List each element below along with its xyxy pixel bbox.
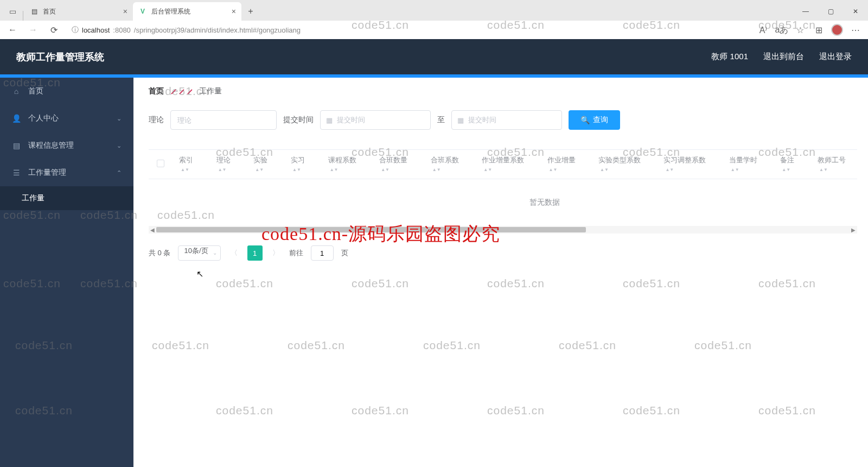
sort-icon[interactable]: ▲▼ (483, 168, 492, 172)
forward-button[interactable]: → (25, 22, 41, 38)
url-field[interactable]: ⓘ localhost:8080/springbootrpj39/admin/d… (66, 22, 348, 37)
sort-icon[interactable]: ▲▼ (731, 168, 739, 172)
page-number-current[interactable]: 1 (247, 245, 263, 261)
sort-icon[interactable]: ▲▼ (782, 168, 790, 172)
window-controls: — ▢ ✕ (793, 2, 868, 21)
sort-icon[interactable]: ▲▼ (819, 168, 828, 172)
col-hw-incr-coef[interactable]: 作业增量系数▲▼ (475, 150, 540, 179)
sort-icon[interactable]: ▲▼ (600, 168, 609, 172)
logout-link[interactable]: 退出登录 (819, 52, 852, 62)
next-page-button[interactable]: 〉 (270, 248, 282, 258)
scroll-thumb[interactable] (156, 227, 586, 232)
date-end-input[interactable]: ▦ 提交时间 (451, 110, 562, 130)
empty-text: 暂无数据 (149, 179, 857, 226)
profile-button[interactable] (829, 22, 845, 38)
horizontal-scrollbar[interactable]: ◀ ▶ (149, 226, 857, 234)
maximize-button[interactable]: ▢ (818, 2, 843, 21)
translate-icon[interactable]: aあ (774, 22, 790, 38)
pagination: 共 0 条 10条/页 ⌄ 〈 1 〉 前往 页 (149, 245, 857, 261)
col-exp-type-coef[interactable]: 实验类型系数▲▼ (592, 150, 657, 179)
col-experiment[interactable]: 实验▲▼ (247, 150, 284, 179)
page-size-select[interactable]: 10条/页 ⌄ (178, 245, 220, 261)
avatar (831, 24, 843, 36)
breadcrumb-sep-icon: ⟋⟋⟋ (169, 87, 194, 96)
checkbox[interactable] (157, 160, 164, 167)
sort-icon[interactable]: ▲▼ (181, 168, 189, 172)
sidebar-item-label: 工作量管理 (28, 168, 66, 178)
app-header: 教师工作量管理系统 教师 1001 退出到前台 退出登录 (0, 39, 868, 74)
house-icon: ⌂ (12, 87, 21, 96)
close-window-button[interactable]: ✕ (843, 2, 868, 21)
search-icon: 🔍 (580, 116, 590, 124)
data-table-wrapper: 索引▲▼ 理论▲▼ 实验▲▼ 实习▲▼ 课程系数▲▼ 合班数量▲▼ 合班系数▲▼… (149, 149, 857, 239)
calendar-icon: ▦ (457, 116, 464, 124)
sort-icon[interactable]: ▲▼ (665, 168, 674, 172)
filter-label-theory: 理论 (149, 115, 164, 125)
prev-page-button[interactable]: 〈 (228, 248, 240, 258)
theory-input[interactable] (170, 110, 277, 130)
sort-icon[interactable]: ▲▼ (432, 168, 441, 172)
col-teacher-id[interactable]: 教师工号▲▼ (811, 150, 857, 179)
sidebar-item-personal[interactable]: 👤 个人中心 ⌄ (0, 105, 133, 132)
site-info-icon[interactable]: ⓘ (72, 25, 79, 35)
close-icon[interactable]: × (232, 7, 236, 16)
breadcrumb-home[interactable]: 首页 (149, 86, 164, 96)
sort-icon[interactable]: ▲▼ (218, 168, 227, 172)
table-header-row: 索引▲▼ 理论▲▼ 实验▲▼ 实习▲▼ 课程系数▲▼ 合班数量▲▼ 合班系数▲▼… (149, 150, 857, 179)
scroll-left-icon[interactable]: ◀ (149, 227, 156, 233)
goto-label: 前往 (289, 248, 303, 258)
sort-icon[interactable]: ▲▼ (381, 168, 390, 172)
search-button[interactable]: 🔍 查询 (569, 110, 620, 130)
tab-title: 首页 (43, 7, 56, 16)
col-hw-incr[interactable]: 作业增量▲▼ (541, 150, 592, 179)
col-course-coef[interactable]: 课程系数▲▼ (322, 150, 373, 179)
sort-icon[interactable]: ▲▼ (330, 168, 339, 172)
app-title: 教师工作量管理系统 (16, 51, 104, 64)
user-name[interactable]: 教师 1001 (711, 52, 748, 62)
breadcrumb: 首页 ⟋⟋⟋ 工作量 (149, 86, 857, 96)
sort-icon[interactable]: ▲▼ (255, 168, 264, 172)
col-practice[interactable]: 实习▲▼ (284, 150, 322, 179)
menu-button[interactable]: ⋯ (847, 22, 864, 38)
favorites-icon[interactable]: ☆ (792, 22, 808, 38)
sidebar-item-label: 个人中心 (28, 113, 59, 123)
chevron-down-icon: ⌄ (117, 115, 122, 122)
refresh-button[interactable]: ⟳ (46, 22, 62, 38)
col-combined-coef[interactable]: 合班系数▲▼ (424, 150, 476, 179)
goto-input[interactable] (311, 245, 334, 261)
to-frontend-link[interactable]: 退出到前台 (763, 52, 804, 62)
sort-icon[interactable]: ▲▼ (292, 168, 301, 172)
chevron-down-icon: ⌄ (213, 250, 217, 256)
sidebar-item-workload-mgmt[interactable]: ☰ 工作量管理 ⌃ (0, 159, 133, 186)
col-remark[interactable]: 备注▲▼ (774, 150, 811, 179)
filter-label-submit-time: 提交时间 (283, 115, 314, 125)
date-start-input[interactable]: ▦ 提交时间 (320, 110, 431, 130)
tab-strip: ▭ ▤ 首页 × V 后台管理系统 × + — ▢ ✕ (0, 0, 868, 21)
new-tab-button[interactable]: + (241, 2, 260, 21)
col-practice-adj-coef[interactable]: 实习调整系数▲▼ (657, 150, 722, 179)
calendar-icon: ▦ (326, 116, 333, 124)
chevron-down-icon: ⌄ (117, 142, 122, 149)
total-text: 共 0 条 (149, 248, 170, 258)
col-theory[interactable]: 理论▲▼ (210, 150, 247, 179)
table-empty-row: 暂无数据 (149, 179, 857, 226)
select-all-header[interactable] (149, 150, 173, 179)
sidebar-item-course[interactable]: ▤ 课程信息管理 ⌄ (0, 132, 133, 159)
read-aloud-icon[interactable]: A⁾ (755, 22, 771, 38)
back-button[interactable]: ← (4, 22, 21, 38)
sort-icon[interactable]: ▲▼ (549, 168, 558, 172)
close-icon[interactable]: × (123, 7, 127, 16)
scroll-track[interactable] (156, 226, 850, 233)
browser-tab-2[interactable]: V 后台管理系统 × (133, 2, 241, 21)
scroll-right-icon[interactable]: ▶ (850, 227, 857, 233)
sidebar-subitem-workload[interactable]: 工作量 (0, 186, 133, 210)
tab-list-button[interactable]: ▭ (3, 2, 22, 21)
filter-bar: 理论 提交时间 ▦ 提交时间 至 ▦ 提交时间 🔍 查询 (149, 110, 857, 130)
minimize-button[interactable]: — (793, 2, 818, 21)
col-equiv-hours[interactable]: 当量学时▲▼ (723, 150, 774, 179)
col-index[interactable]: 索引▲▼ (173, 150, 210, 179)
col-combined-count[interactable]: 合班数量▲▼ (373, 150, 424, 179)
sidebar-item-home[interactable]: ⌂ 首页 (0, 78, 133, 105)
collections-icon[interactable]: ⊞ (810, 22, 827, 38)
browser-tab-1[interactable]: ▤ 首页 × (24, 2, 133, 21)
